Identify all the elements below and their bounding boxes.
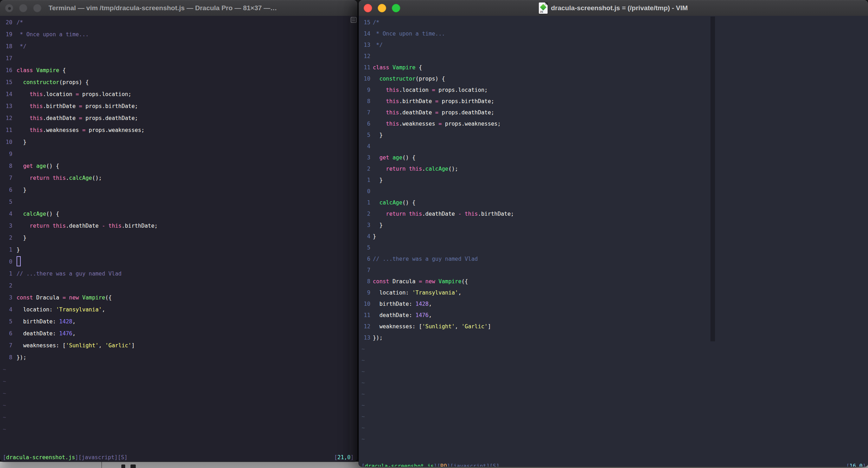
code-line[interactable]: 2 } [0, 232, 357, 244]
code-line[interactable]: 5 [0, 196, 357, 208]
code-line[interactable]: 5 } [359, 129, 868, 141]
code-line[interactable]: 10 } [0, 136, 357, 148]
line-text: }); [17, 352, 26, 363]
code-line[interactable]: 6 this.weaknesses = props.weaknesses; [359, 118, 868, 129]
code-line[interactable]: 11class Vampire { [359, 62, 868, 73]
code-line[interactable]: 2 return this.calcAge(); [359, 163, 868, 175]
code-line[interactable]: 1} [0, 244, 357, 256]
vim-editor-left[interactable]: 20/*19 * Once upon a time...18 */1716cla… [0, 16, 357, 462]
line-number: 6 [0, 328, 12, 340]
code-line[interactable]: 7 weaknesses: ['Sunlight', 'Garlic'] [0, 340, 357, 352]
code-line[interactable]: 4} [359, 231, 868, 242]
background-window-divider [101, 462, 102, 468]
code-line[interactable]: 4 location: 'Transylvania', [0, 304, 357, 316]
code-line[interactable]: 2 return this.deathDate - this.birthDate… [359, 208, 868, 220]
line-number: 8 [359, 276, 370, 287]
code-line[interactable]: 8 get age() { [0, 160, 357, 172]
close-button[interactable] [364, 4, 372, 12]
code-line[interactable]: 12 [359, 51, 868, 62]
code-line[interactable]: 13 this.birthDate = props.birthDate; [0, 100, 357, 112]
macvim-titlebar[interactable]: JS dracula-screenshot.js = (/private/tmp… [359, 0, 868, 16]
line-number: 0 [0, 256, 12, 268]
minimize-button[interactable] [378, 4, 386, 12]
code-line[interactable]: 13}); [359, 332, 868, 343]
code-line[interactable]: 3const Dracula = new Vampire({ [0, 292, 357, 304]
terminal-titlebar[interactable]: Terminal — vim /tmp/dracula-screenshot.j… [0, 0, 357, 16]
line-number: 6 [359, 118, 370, 129]
vim-tilde: ~ [0, 423, 357, 435]
statusline-file-info: [dracula-screenshot.js][RO][javascript][… [362, 461, 499, 467]
code-line[interactable]: 8}); [0, 352, 357, 363]
code-line[interactable]: 16class Vampire { [0, 64, 357, 76]
code-line[interactable]: 5 [359, 242, 868, 253]
code-line[interactable]: 18 */ [0, 40, 357, 52]
code-line[interactable]: 14 * Once upon a time... [359, 28, 868, 39]
code-area[interactable]: 15/*14 * Once upon a time...13 */1211cla… [359, 17, 868, 445]
line-number: 7 [359, 107, 370, 118]
code-line[interactable]: 12 weaknesses: ['Sunlight', 'Garlic'] [359, 321, 868, 332]
line-number: 3 [359, 220, 370, 231]
code-line[interactable]: 0 [359, 186, 868, 197]
line-number: 1 [359, 175, 370, 186]
code-line[interactable]: 11 deathDate: 1476, [359, 310, 868, 321]
code-line[interactable]: 4 calcAge() { [0, 208, 357, 220]
scrollbar-jump-widget[interactable] [351, 17, 357, 23]
code-line[interactable]: 1 calcAge() { [359, 197, 868, 208]
line-number: 12 [359, 321, 370, 332]
code-line[interactable]: 20/* [0, 17, 357, 29]
code-line[interactable]: 7 [359, 265, 868, 276]
code-line[interactable]: 15 constructor(props) { [0, 76, 357, 88]
line-number: 2 [359, 163, 370, 175]
zoom-button[interactable] [33, 4, 42, 12]
code-line[interactable]: 9 [0, 148, 357, 160]
code-line[interactable]: 3 return this.deathDate - this.birthDate… [0, 220, 357, 232]
code-line[interactable]: 6 deathDate: 1476, [0, 328, 357, 340]
line-number: 4 [0, 208, 12, 220]
code-line[interactable]: 19 * Once upon a time... [0, 29, 357, 40]
code-area[interactable]: 20/*19 * Once upon a time...18 */1716cla… [0, 17, 357, 435]
code-line[interactable]: 5 birthDate: 1428, [0, 316, 357, 328]
minimize-button[interactable] [19, 4, 27, 12]
line-number: 7 [359, 265, 370, 276]
code-line[interactable]: 10 birthDate: 1428, [359, 298, 868, 310]
code-line[interactable]: 0 [0, 256, 357, 268]
code-line[interactable]: 9 this.location = props.location; [359, 84, 868, 96]
line-number: 14 [0, 88, 12, 100]
code-line[interactable]: 10 constructor(props) { [359, 73, 868, 84]
code-line[interactable]: 14 this.location = props.location; [0, 88, 357, 100]
close-button[interactable] [5, 4, 13, 12]
line-number: 13 [359, 332, 370, 343]
code-line[interactable]: 8const Dracula = new Vampire({ [359, 276, 868, 287]
code-line[interactable]: 9 location: 'Transylvania', [359, 287, 868, 298]
code-line[interactable]: 15/* [359, 17, 868, 28]
line-text: birthDate: 1428, [17, 316, 76, 328]
line-number: 13 [359, 39, 370, 51]
line-text: calcAge() { [17, 208, 59, 220]
line-text [17, 256, 21, 268]
code-line[interactable]: 17 [0, 52, 357, 64]
code-line[interactable]: 11 this.weaknesses = props.weaknesses; [0, 124, 357, 136]
vim-tilde: ~ [359, 400, 868, 411]
line-text: }); [373, 332, 383, 343]
code-line[interactable]: 1// ...there was a guy named Vlad [0, 268, 357, 280]
code-line[interactable]: 7 return this.calcAge(); [0, 172, 357, 184]
code-line[interactable]: 3 get age() { [359, 152, 868, 163]
code-line[interactable]: 8 this.birthDate = props.birthDate; [359, 96, 868, 107]
code-line[interactable]: 13 */ [359, 39, 868, 51]
code-line[interactable]: 6 } [0, 184, 357, 196]
code-line[interactable]: 1 } [359, 175, 868, 186]
line-number: 5 [0, 196, 12, 208]
line-number: 4 [359, 141, 370, 152]
code-line[interactable]: 6// ...there was a guy named Vlad [359, 253, 868, 265]
vim-editor-right[interactable]: 15/*14 * Once upon a time...13 */1211cla… [359, 16, 868, 467]
code-line[interactable]: 4 [359, 141, 868, 152]
code-line[interactable]: 12 this.deathDate = props.deathDate; [0, 112, 357, 124]
line-number: 4 [359, 231, 370, 242]
zoom-button[interactable] [392, 4, 400, 12]
code-line[interactable]: 2 [0, 280, 357, 292]
line-number: 10 [359, 73, 370, 84]
code-line[interactable]: 7 this.deathDate = props.deathDate; [359, 107, 868, 118]
statusline-file-info: [dracula-screenshot.js][javascript][S] [3, 451, 128, 462]
scrollbar-thumb[interactable] [710, 17, 715, 341]
code-line[interactable]: 3 } [359, 220, 868, 231]
